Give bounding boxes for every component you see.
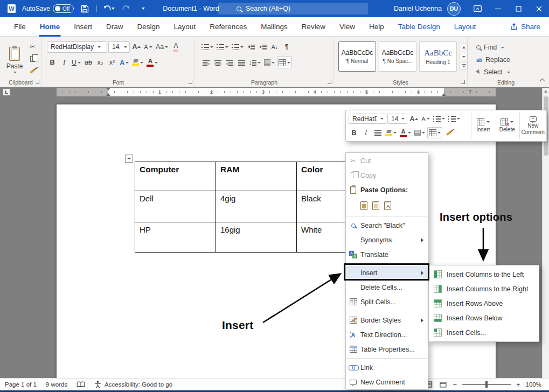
multilevel-list-button[interactable] (231, 41, 245, 53)
tab-mailings[interactable]: Mailings (254, 17, 295, 37)
copy-button[interactable] (27, 54, 38, 64)
submenu-item-insert-cells[interactable]: Insert Cells... (429, 325, 539, 340)
maximize-button[interactable] (508, 0, 529, 17)
replace-button[interactable]: abReplace (476, 54, 510, 66)
table-row[interactable]: Computer RAM Color (135, 162, 378, 191)
shading-button[interactable] (413, 127, 426, 138)
tab-draw[interactable]: Draw (99, 17, 130, 37)
styles-dialog-launcher[interactable] (461, 80, 465, 84)
accessibility-checker[interactable]: Accessibility: Good to go (94, 381, 172, 388)
hanging-indent-marker[interactable] (106, 93, 110, 96)
autosave-pill[interactable]: Off (53, 4, 74, 13)
shading-button[interactable] (263, 57, 276, 68)
share-button[interactable]: Share (510, 23, 540, 31)
undo-button[interactable] (102, 2, 115, 15)
font-size-combo[interactable]: 14.5 (108, 41, 130, 53)
tab-insert[interactable]: Insert (67, 17, 99, 37)
table-cell[interactable]: 16gig (216, 222, 297, 253)
word-app-icon[interactable]: W (5, 2, 18, 15)
text-effects-button[interactable]: A (119, 57, 130, 68)
tab-review[interactable]: Review (295, 17, 332, 37)
tab-file[interactable]: File (7, 17, 33, 37)
numbering-button[interactable] (216, 41, 230, 53)
table-cell[interactable]: RAM (216, 162, 297, 191)
paste-merge-formatting-button[interactable] (372, 201, 379, 210)
search-input[interactable]: Search (Alt+Q) (218, 3, 368, 15)
sort-button[interactable]: A↓ (269, 41, 280, 53)
tab-view[interactable]: View (332, 17, 362, 37)
numbering-button[interactable] (447, 113, 461, 124)
document-table[interactable]: Computer RAM Color Dell 4gig Black HP 16… (135, 162, 378, 253)
style-no-spacing[interactable]: AaBbCcDc ¶ No Spac... (379, 41, 416, 72)
menu-item-split-cells[interactable]: Split Cells... (346, 295, 428, 309)
menu-item-cut[interactable]: ✂Cut (346, 153, 428, 168)
mini-font-size-combo[interactable]: 14.5 (387, 114, 407, 124)
line-spacing-button[interactable]: ↕ (248, 57, 262, 68)
justify-button[interactable] (236, 57, 247, 68)
subscript-button[interactable]: x₂ (95, 57, 106, 68)
table-cell[interactable]: Dell (135, 191, 216, 222)
italic-button[interactable]: I (360, 127, 371, 138)
show-formatting-marks-button[interactable]: ¶ (281, 41, 292, 53)
tab-stop-selector[interactable]: L (3, 88, 10, 96)
mini-insert-button[interactable]: Insert (471, 110, 495, 141)
tab-layout[interactable]: Layout (167, 17, 203, 37)
mini-delete-button[interactable]: Delete (495, 110, 519, 141)
zoom-in-button[interactable]: + (516, 381, 520, 389)
menu-item-delete-cells[interactable]: Delete Cells... (346, 280, 428, 295)
tab-help[interactable]: Help (362, 17, 391, 37)
style-heading-1[interactable]: AaBbCc Heading 1 (419, 41, 457, 72)
clear-formatting-button[interactable]: A (170, 41, 181, 53)
mini-new-comment-button[interactable]: New Comment (520, 110, 546, 141)
customize-quick-access-button[interactable] (137, 2, 150, 15)
bullets-button[interactable] (432, 113, 446, 124)
minimize-button[interactable] (488, 0, 508, 17)
zoom-level[interactable]: 100% (526, 381, 541, 388)
submenu-item-insert-rows-above[interactable]: Insert Rows Above (429, 296, 539, 311)
styles-scroll-down-button[interactable] (460, 53, 468, 60)
shrink-font-button[interactable]: A (420, 113, 431, 124)
bold-button[interactable]: B (349, 127, 359, 138)
decrease-indent-button[interactable] (246, 41, 256, 53)
cut-button[interactable]: ✂ (27, 41, 38, 51)
grow-font-button[interactable]: A (131, 41, 142, 53)
submenu-item-insert-columns-right[interactable]: Insert Columns to the Right (429, 282, 539, 296)
table-row[interactable]: Dell 4gig Black (135, 191, 378, 222)
right-indent-marker[interactable] (442, 93, 446, 96)
clipboard-dialog-launcher[interactable] (36, 80, 39, 84)
word-count[interactable]: 9 words (46, 381, 67, 388)
menu-item-new-comment[interactable]: New Comment (346, 375, 428, 389)
styles-scroll-up-button[interactable] (460, 44, 468, 51)
scroll-up-icon[interactable] (544, 90, 547, 93)
submenu-item-insert-columns-left[interactable]: Insert Columns to the Left (429, 267, 539, 282)
redo-button[interactable] (120, 2, 133, 15)
table-move-handle[interactable]: + (125, 155, 133, 163)
select-button[interactable]: Select (476, 66, 510, 78)
highlight-color-button[interactable] (131, 57, 144, 68)
font-dialog-launcher[interactable] (189, 80, 192, 84)
user-name[interactable]: Daniel Uchenna (394, 5, 442, 12)
increase-indent-button[interactable] (258, 41, 268, 53)
italic-button[interactable]: I (59, 57, 70, 68)
find-button[interactable]: Find (476, 41, 504, 53)
shrink-font-button[interactable]: A (143, 41, 154, 53)
styles-button[interactable] (372, 127, 383, 138)
menu-item-translate[interactable]: Translate (346, 247, 428, 262)
save-button[interactable] (78, 2, 91, 15)
proofing-button[interactable] (77, 381, 85, 388)
change-case-button[interactable]: Aa (155, 41, 169, 53)
font-color-button[interactable]: A (399, 127, 412, 138)
strikethrough-button[interactable]: ab (83, 57, 94, 68)
web-layout-button[interactable] (439, 381, 447, 388)
autosave-toggle[interactable]: AutoSave Off (22, 4, 74, 13)
bullets-button[interactable] (200, 41, 214, 53)
menu-item-copy[interactable]: Copy (346, 168, 428, 183)
menu-item-search[interactable]: Search "Black" (346, 218, 428, 233)
table-cell[interactable]: HP (135, 222, 216, 253)
mini-font-name-combo[interactable]: RedHatDis (349, 114, 386, 124)
tab-table-design[interactable]: Table Design (391, 17, 447, 37)
paste-keep-source-formatting-button[interactable] (360, 201, 367, 210)
zoom-slider[interactable] (462, 384, 511, 386)
menu-item-table-properties[interactable]: Table Properties... (346, 342, 428, 356)
menu-item-link[interactable]: Link (346, 360, 428, 375)
